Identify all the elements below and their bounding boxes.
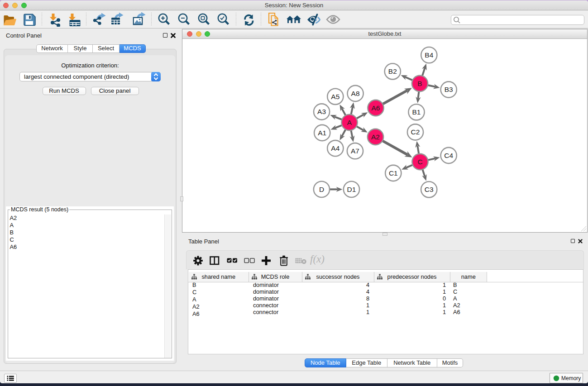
svg-text:A6: A6: [372, 104, 380, 112]
svg-text:D1: D1: [347, 186, 356, 193]
svg-text:B1: B1: [412, 108, 421, 116]
svg-text:A: A: [347, 119, 352, 126]
svg-text:A2: A2: [371, 133, 380, 141]
svg-text:C: C: [417, 158, 422, 166]
svg-text:A4: A4: [331, 144, 339, 152]
svg-text:A1: A1: [318, 129, 326, 137]
svg-text:A7: A7: [351, 147, 359, 155]
svg-text:C3: C3: [425, 186, 434, 193]
svg-text:B2: B2: [388, 67, 397, 75]
svg-text:C2: C2: [411, 128, 420, 136]
svg-text:B: B: [417, 80, 422, 87]
svg-text:C4: C4: [444, 152, 453, 159]
svg-text:D: D: [319, 186, 324, 193]
svg-text:B3: B3: [445, 86, 453, 93]
svg-text:A3: A3: [317, 108, 326, 115]
svg-text:C1: C1: [389, 169, 398, 177]
svg-text:A5: A5: [331, 93, 339, 100]
svg-text:B4: B4: [425, 51, 433, 59]
svg-text:A8: A8: [351, 90, 360, 97]
